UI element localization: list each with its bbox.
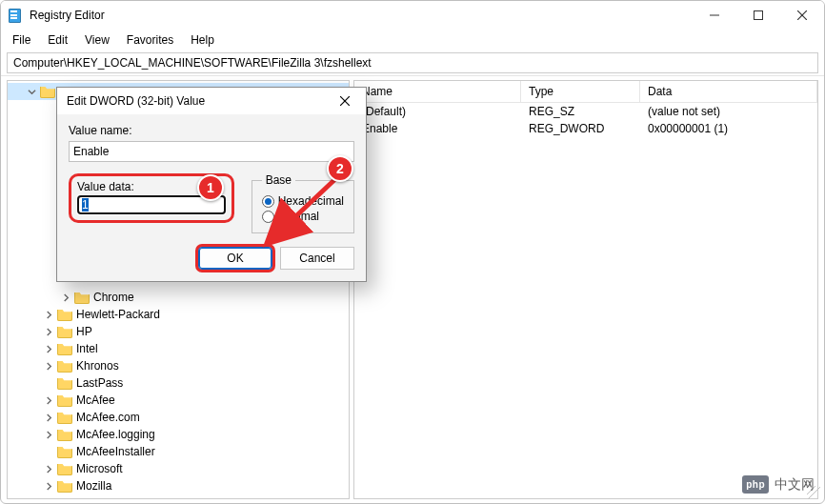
- maximize-button[interactable]: [736, 1, 780, 30]
- folder-icon: [57, 479, 72, 493]
- column-header-type[interactable]: Type: [521, 81, 640, 102]
- folder-icon: [57, 411, 72, 424]
- folder-icon: [40, 85, 55, 98]
- close-button[interactable]: [780, 1, 824, 30]
- chevron-right-icon[interactable]: [42, 479, 55, 493]
- tree-node[interactable]: LastPass: [8, 374, 349, 392]
- minimize-icon: [710, 10, 719, 20]
- chevron-right-icon[interactable]: [42, 342, 55, 355]
- tree-node-label: Chrome: [93, 289, 134, 306]
- menu-file[interactable]: File: [5, 31, 38, 49]
- tree-node[interactable]: McAfee.logging: [8, 426, 349, 443]
- value-name-label: Value name:: [69, 124, 354, 137]
- tree-node-label: Hewlett-Packard: [76, 306, 160, 323]
- chevron-right-icon[interactable]: [59, 291, 72, 304]
- tree-node-label: McAfeeInstaller: [76, 443, 155, 460]
- list-row[interactable]: EnableREG_DWORD0x00000001 (1): [354, 120, 817, 137]
- column-header-name[interactable]: Name: [354, 81, 521, 102]
- tree-node-label: LastPass: [76, 374, 123, 392]
- chevron-down-icon[interactable]: [25, 85, 38, 98]
- list-pane[interactable]: Name Type Data (Default)REG_SZ(value not…: [353, 80, 818, 499]
- close-icon: [797, 10, 807, 20]
- tree-node-label: mozilla.org: [76, 494, 131, 499]
- chevron-right-icon[interactable]: [42, 462, 55, 475]
- menu-favorites[interactable]: Favorites: [119, 31, 181, 49]
- address-bar[interactable]: Computer\HKEY_LOCAL_MACHINE\SOFTWARE\Fil…: [7, 52, 818, 73]
- dialog-titlebar[interactable]: Edit DWORD (32-bit) Value: [57, 88, 366, 114]
- cell-data: (value not set): [640, 103, 817, 120]
- folder-icon: [57, 496, 72, 499]
- tree-node-label: Mozilla: [76, 477, 111, 494]
- folder-icon: [57, 376, 72, 390]
- menubar: File Edit View Favorites Help: [1, 30, 824, 50]
- cell-type: REG_SZ: [521, 103, 640, 120]
- tree-node[interactable]: mozilla.org: [8, 494, 349, 499]
- tree-node-label: McAfee: [76, 392, 115, 409]
- chevron-right-icon[interactable]: [42, 325, 55, 338]
- tree-node[interactable]: Intel: [8, 340, 349, 357]
- list-header: Name Type Data: [354, 81, 817, 103]
- folder-icon: [57, 393, 72, 407]
- window-title: Registry Editor: [30, 9, 105, 22]
- cell-data: 0x00000001 (1): [640, 120, 817, 137]
- menu-edit[interactable]: Edit: [40, 31, 75, 49]
- chevron-right-icon[interactable]: [42, 359, 55, 373]
- tree-node-label: Khronos: [76, 357, 119, 374]
- tree-node[interactable]: Chrome: [8, 289, 349, 306]
- tree-node[interactable]: McAfee: [8, 392, 349, 409]
- menu-help[interactable]: Help: [183, 31, 222, 49]
- cell-name: Enable: [354, 120, 521, 137]
- chevron-right-icon[interactable]: [42, 428, 55, 441]
- close-icon: [340, 96, 350, 106]
- folder-icon: [57, 325, 72, 338]
- svg-rect-1: [755, 11, 763, 20]
- menu-view[interactable]: View: [77, 31, 117, 49]
- folder-icon: [57, 428, 72, 441]
- tree-node-label: Intel: [76, 340, 98, 357]
- watermark-text: 中文网: [775, 476, 815, 494]
- tree-node-label: McAfee.logging: [76, 426, 155, 443]
- tree-node[interactable]: McAfee.com: [8, 409, 349, 426]
- tree-node-label: Microsoft: [76, 460, 123, 477]
- chevron-right-icon[interactable]: [42, 411, 55, 424]
- folder-icon: [74, 291, 90, 304]
- dialog-title: Edit DWORD (32-bit) Value: [67, 94, 205, 108]
- annotation-badge-2: 2: [327, 155, 353, 182]
- folder-icon: [57, 342, 72, 355]
- tree-node[interactable]: Khronos: [8, 357, 349, 374]
- folder-icon: [57, 462, 72, 475]
- titlebar: Registry Editor: [1, 1, 824, 30]
- watermark: php 中文网: [742, 475, 815, 494]
- annotation-arrow: [258, 172, 344, 253]
- cell-type: REG_DWORD: [521, 120, 640, 137]
- watermark-badge: php: [742, 475, 769, 494]
- list-row[interactable]: (Default)REG_SZ(value not set): [354, 103, 817, 120]
- column-header-data[interactable]: Data: [640, 81, 817, 102]
- app-icon: [9, 8, 24, 23]
- folder-icon: [57, 445, 72, 458]
- minimize-button[interactable]: [693, 1, 736, 30]
- folder-icon: [57, 308, 72, 321]
- tree-node[interactable]: HP: [8, 323, 349, 340]
- chevron-right-icon[interactable]: [42, 496, 55, 499]
- chevron-right-icon[interactable]: [42, 393, 55, 407]
- folder-icon: [57, 359, 72, 373]
- tree-node-label: HP: [76, 323, 92, 340]
- maximize-icon: [754, 10, 763, 20]
- tree-node[interactable]: Microsoft: [8, 460, 349, 477]
- annotation-badge-1: 1: [197, 174, 224, 201]
- tree-node[interactable]: McAfeeInstaller: [8, 443, 349, 460]
- chevron-right-icon[interactable]: [42, 308, 55, 321]
- tree-node[interactable]: Mozilla: [8, 477, 349, 494]
- svg-line-6: [270, 178, 336, 241]
- cell-name: (Default): [354, 103, 521, 120]
- tree-node[interactable]: Hewlett-Packard: [8, 306, 349, 323]
- tree-node-label: McAfee.com: [76, 409, 140, 426]
- value-name-field: Enable: [69, 141, 354, 162]
- dialog-close-button[interactable]: [328, 89, 362, 113]
